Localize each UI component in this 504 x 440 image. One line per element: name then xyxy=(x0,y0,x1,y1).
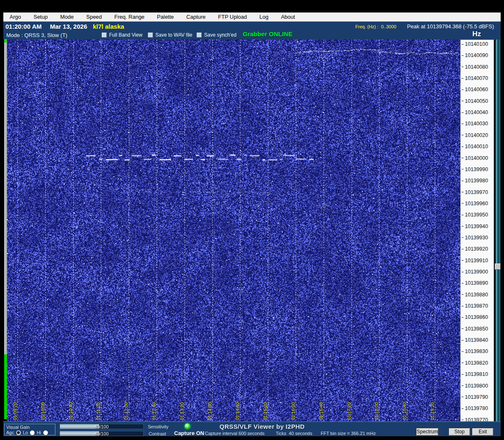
freq-value: 10139830 xyxy=(465,348,488,354)
freq-value: 10139810 xyxy=(465,371,488,377)
freq-value: 10139960 xyxy=(465,201,488,206)
spectrum-button[interactable]: Spectrum xyxy=(416,428,439,436)
freq-scale-label: 10140080 xyxy=(462,64,488,70)
menu-item-speed[interactable]: Speed xyxy=(80,14,108,20)
freq-value: 10140080 xyxy=(465,64,488,70)
menu-item-setup[interactable]: Setup xyxy=(27,14,54,20)
waterfall: 01:09:2001:10:0001:10:4001:11:2001:12:00… xyxy=(7,40,460,421)
freq-value: 10139940 xyxy=(465,224,488,229)
freq-scale-label: 10140010 xyxy=(462,144,488,149)
menu-item-palette[interactable]: Palette xyxy=(151,14,180,20)
freq-scale-label: 10139920 xyxy=(462,246,488,252)
radio-hi[interactable] xyxy=(43,430,48,435)
freq-tick-mark xyxy=(462,55,464,56)
freq-value: 10139840 xyxy=(465,337,488,343)
visual-gain-group: Visual Gain Agc Lo Hi xyxy=(4,424,55,435)
freq-tick-mark xyxy=(462,124,464,124)
menu-item-capture[interactable]: Capture xyxy=(180,14,212,20)
freq-value: 10139990 xyxy=(465,167,488,172)
menu-item-mode[interactable]: Mode xyxy=(54,14,80,20)
time-label: 01:18:00 xyxy=(374,402,379,420)
menu-item-about[interactable]: About xyxy=(274,14,301,20)
menu-item-argo[interactable]: Argo xyxy=(3,14,27,20)
menu-item-log[interactable]: Log xyxy=(253,14,275,20)
scrollbar-thumb[interactable] xyxy=(495,264,501,270)
freq-scale-label: 10139840 xyxy=(462,338,488,343)
freq-tick-mark xyxy=(462,397,464,397)
contrast-slider[interactable]: 40/100 xyxy=(60,431,144,436)
freq-scale-label: 10140090 xyxy=(462,53,488,58)
ticks-text: Ticks 40 seconds xyxy=(276,431,312,436)
freq-value: 10139870 xyxy=(465,303,488,309)
freq-tick-mark xyxy=(462,215,464,215)
freq-tick-mark xyxy=(462,203,464,204)
freq-scale-label: 10139930 xyxy=(462,235,488,240)
menu-item-ftp-upload[interactable]: FTP Upload xyxy=(212,14,253,20)
time-label: 01:16:00 xyxy=(291,402,296,420)
freq-scale-label: 10139890 xyxy=(462,281,488,286)
radio-lo[interactable] xyxy=(30,430,35,435)
freq-scale-label: 10139960 xyxy=(462,201,488,206)
freq-scale-label: 10139790 xyxy=(462,394,488,400)
freq-value: 10140040 xyxy=(465,109,488,115)
freq-scale-label: 10139780 xyxy=(462,406,488,411)
checkbox-label: Full Band View xyxy=(109,32,142,38)
freq-scale-label: 10139860 xyxy=(462,315,488,320)
checkbox-icon[interactable] xyxy=(197,32,202,37)
freq-tick-mark xyxy=(462,420,464,420)
grabber-online-status: Grabber ONLINE xyxy=(243,30,292,37)
freq-value: 10139920 xyxy=(465,246,488,252)
freq-tick-mark xyxy=(462,294,464,295)
radio-label-lo: Lo xyxy=(23,430,28,435)
checkbox-icon[interactable] xyxy=(148,32,153,37)
freq-tick-mark xyxy=(462,147,464,147)
freq-tick-mark xyxy=(462,192,464,192)
freq-scale-label: 10139870 xyxy=(462,303,488,309)
menu-bar: Argo Setup Mode Speed Freq. Range Palett… xyxy=(3,12,501,22)
freq-tick-mark xyxy=(462,78,464,79)
time-label: 01:19:20 xyxy=(430,402,435,420)
stop-button[interactable]: Stop xyxy=(449,428,470,436)
freq-tick-mark xyxy=(462,181,464,181)
header-bar: 01:20:00 AM Mar 13, 2026 kl7l alaska Fre… xyxy=(3,22,501,40)
radio-agc[interactable] xyxy=(16,430,21,435)
progress-fill xyxy=(4,354,7,419)
freq-tick-mark xyxy=(462,306,464,306)
app-title: QRSS/VLF Viewer by I2PHD xyxy=(220,423,305,430)
checkbox-full-band-view[interactable]: Full Band View xyxy=(102,32,142,38)
freq-tick-mark xyxy=(462,67,464,67)
freq-value: 10140000 xyxy=(465,155,488,161)
menu-item-freq-range[interactable]: Freq. Range xyxy=(108,14,151,20)
frequency-scrollbar[interactable] xyxy=(495,40,501,422)
freq-tick-mark xyxy=(462,89,464,90)
checkbox-save-synched[interactable]: Save synch'ed xyxy=(197,32,237,38)
checkbox-save-to-wav[interactable]: Save to WAV file xyxy=(148,32,192,38)
time-label: 01:17:20 xyxy=(347,402,352,420)
freq-scale-label: 10140100 xyxy=(462,42,488,47)
freq-scale-label: 10139900 xyxy=(462,269,488,275)
time-label: 01:11:20 xyxy=(96,403,101,420)
freq-scale-label: 10139810 xyxy=(462,372,488,377)
freq-tick-mark xyxy=(462,158,464,158)
time-label: 01:12:00 xyxy=(124,402,129,420)
freq-scale-label: 10140060 xyxy=(462,87,488,92)
freq-scale-label: 10139880 xyxy=(462,292,488,297)
checkbox-label: Save synch'ed xyxy=(204,32,237,38)
freq-value: 10140100 xyxy=(465,41,488,47)
freq-tick-mark xyxy=(462,408,464,409)
freq-value: 10139950 xyxy=(465,212,488,218)
sensitivity-slider[interactable]: 40/100 xyxy=(60,424,144,429)
time-label: 01:15:20 xyxy=(263,402,268,420)
checkbox-icon[interactable] xyxy=(102,32,107,37)
freq-tick-mark xyxy=(462,385,464,386)
time-label: 01:10:40 xyxy=(68,402,73,420)
capture-led xyxy=(185,423,190,429)
freq-scale-label: 10139950 xyxy=(462,212,488,218)
freq-tick-mark xyxy=(462,260,464,261)
freq-value: 10139880 xyxy=(465,292,488,298)
exit-button[interactable]: Exit xyxy=(472,428,494,436)
peak-readout: Peak at 10139794.368 (-75.5 dBFS) xyxy=(407,23,494,30)
freq-tick-mark xyxy=(462,112,464,113)
callsign-text: kl7l alaska xyxy=(93,23,124,30)
sensitivity-label: Sensitivity xyxy=(148,424,169,429)
